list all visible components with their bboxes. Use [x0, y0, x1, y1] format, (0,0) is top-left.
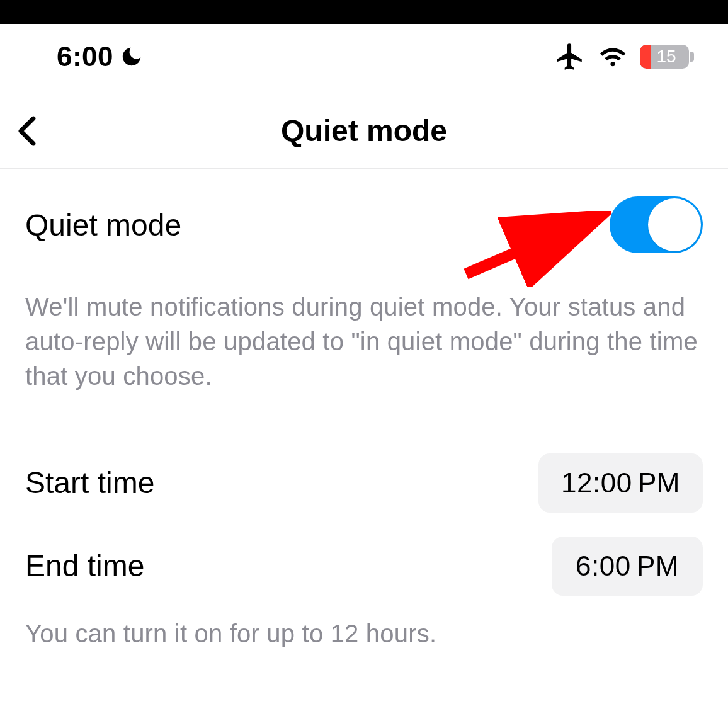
end-time-row: End time 6:00 PM — [25, 537, 703, 596]
quiet-mode-row: Quiet mode — [25, 169, 703, 253]
start-time-value[interactable]: 12:00 PM — [538, 453, 703, 513]
status-right: 15 — [554, 41, 694, 72]
end-time-value[interactable]: 6:00 PM — [552, 537, 703, 596]
back-button[interactable] — [11, 115, 43, 147]
airplane-mode-icon — [554, 41, 586, 72]
start-time-row: Start time 12:00 PM — [25, 453, 703, 513]
battery-tip — [690, 52, 694, 62]
nav-header: Quiet mode — [0, 93, 728, 169]
duration-footnote: You can turn it on for up to 12 hours. — [25, 620, 703, 648]
start-time-label: Start time — [25, 465, 154, 500]
do-not-disturb-icon — [120, 45, 144, 69]
battery-percent: 15 — [640, 45, 689, 69]
letterbox-top — [0, 0, 728, 24]
wifi-icon — [598, 45, 627, 68]
time-rows: Start time 12:00 PM End time 6:00 PM — [25, 453, 703, 596]
page-title: Quiet mode — [0, 113, 728, 148]
content: Quiet mode We'll mute notifications duri… — [0, 169, 728, 648]
end-time-label: End time — [25, 549, 144, 583]
quiet-mode-toggle[interactable] — [610, 196, 703, 253]
toggle-knob — [648, 198, 701, 251]
status-left: 6:00 — [57, 41, 144, 72]
quiet-mode-label: Quiet mode — [25, 208, 181, 242]
quiet-mode-description: We'll mute notifications during quiet mo… — [25, 290, 703, 394]
status-bar: 6:00 15 — [0, 24, 728, 81]
screen: 6:00 15 — [0, 0, 728, 648]
battery-indicator: 15 — [640, 45, 694, 69]
status-time: 6:00 — [57, 41, 113, 72]
